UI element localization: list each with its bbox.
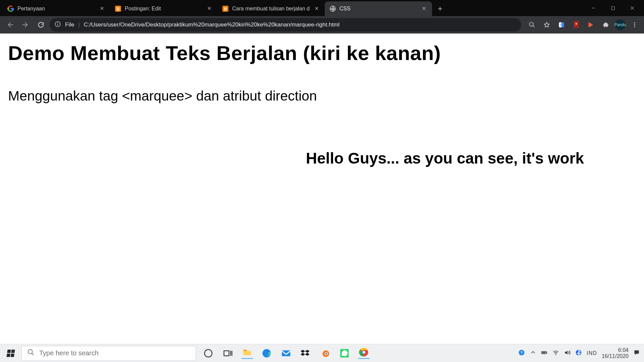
taskbar-pinned-apps [203, 344, 370, 362]
window-controls [584, 0, 644, 16]
blogger-icon: B [222, 5, 229, 12]
svg-rect-13 [224, 351, 229, 356]
tray-clock[interactable]: 6:04 16/11/2020 [602, 347, 629, 359]
svg-rect-0 [611, 6, 614, 9]
svg-text:?: ? [521, 350, 523, 355]
svg-point-28 [555, 355, 556, 355]
windows-logo-icon [6, 350, 15, 357]
windows-taskbar: Type here to search ? IND 6:04 16/11/202… [0, 344, 644, 362]
url-separator: | [78, 21, 79, 28]
start-button[interactable] [0, 344, 21, 362]
kebab-menu-icon[interactable] [629, 19, 641, 31]
svg-point-10 [634, 26, 635, 27]
tray-chevron-icon[interactable] [530, 349, 536, 357]
browser-tab-0[interactable]: Pertanyaan [3, 1, 110, 16]
system-tray: ? IND 6:04 16/11/2020 [514, 347, 644, 359]
browser-tab-3[interactable]: CSS [325, 1, 432, 16]
wifi-icon[interactable] [552, 349, 559, 357]
taskbar-search-placeholder: Type here to search [39, 349, 99, 357]
extension-generic-1-icon[interactable] [570, 19, 582, 31]
tray-date: 16/11/2020 [602, 353, 629, 359]
svg-rect-27 [542, 352, 546, 353]
browser-toolbar: File | C:/Users/user/OneDrive/Desktop/pr… [0, 16, 644, 34]
svg-point-2 [57, 22, 58, 23]
svg-text:G: G [560, 23, 562, 26]
back-button[interactable] [3, 18, 17, 32]
marquee-region: Hello Guys... as you can see, it's work [0, 149, 644, 167]
mail-icon[interactable] [280, 348, 292, 359]
svg-rect-26 [547, 352, 547, 353]
page-content: Demo Membuat Teks Berjalan (kiri ke kana… [0, 34, 644, 344]
url-scheme: File [65, 21, 74, 28]
tab-title: Postingan: Edit [125, 6, 203, 12]
google-icon [7, 5, 14, 12]
whatsapp-icon[interactable] [339, 348, 350, 359]
new-tab-button[interactable] [434, 3, 446, 15]
svg-point-9 [634, 24, 635, 25]
toolbar-actions: G Pandu [526, 19, 641, 31]
dropbox-icon[interactable] [300, 348, 311, 359]
window-minimize-button[interactable] [584, 1, 603, 15]
blender-icon[interactable] [319, 348, 331, 359]
window-maximize-button[interactable] [603, 1, 623, 15]
close-icon[interactable] [314, 6, 320, 12]
address-bar[interactable]: File | C:/Users/user/OneDrive/Desktop/pr… [50, 18, 521, 32]
zoom-icon[interactable] [526, 19, 538, 31]
close-icon[interactable] [421, 6, 427, 12]
page-subheading: Menggunakan tag <marquee> dan atribut di… [8, 88, 636, 104]
close-icon[interactable] [99, 6, 105, 12]
svg-point-18 [326, 353, 327, 355]
browser-tab-2[interactable]: B Cara membuat tulisan berjalan d [217, 1, 325, 16]
extension-generic-2-icon[interactable] [585, 19, 597, 31]
input-language[interactable]: IND [587, 350, 597, 356]
profile-label: Pandu [614, 22, 626, 27]
globe-icon [329, 5, 336, 12]
window-close-button[interactable] [623, 1, 642, 15]
tray-time: 6:04 [618, 347, 629, 353]
profile-avatar[interactable]: Pandu [614, 19, 626, 31]
svg-rect-15 [282, 350, 290, 356]
bookmark-star-icon[interactable] [541, 19, 553, 31]
blogger-icon: B [115, 5, 121, 12]
svg-point-11 [28, 350, 33, 354]
site-info-icon[interactable] [54, 21, 61, 29]
forward-button[interactable] [19, 18, 32, 32]
bluetooth-icon[interactable] [575, 349, 582, 357]
svg-point-7 [576, 23, 577, 24]
file-explorer-icon[interactable] [241, 348, 253, 359]
svg-point-22 [363, 351, 365, 354]
close-icon[interactable] [207, 6, 213, 12]
action-center-icon[interactable] [633, 349, 640, 357]
task-view-icon[interactable] [222, 348, 233, 359]
browser-tab-1[interactable]: B Postingan: Edit [110, 1, 217, 16]
cortana-icon[interactable] [203, 348, 214, 359]
svg-point-12 [205, 349, 212, 357]
tab-title: Cara membuat tulisan berjalan d [232, 6, 311, 12]
marquee-text: Hello Guys... as you can see, it's work [306, 149, 584, 167]
tab-title: CSS [339, 6, 418, 12]
extension-translate-icon[interactable]: G [555, 19, 568, 31]
page-heading: Demo Membuat Teks Berjalan (kiri ke kana… [8, 42, 636, 65]
volume-icon[interactable] [564, 349, 571, 357]
browser-titlebar: Pertanyaan B Postingan: Edit B Cara memb… [0, 0, 644, 16]
edge-icon[interactable] [261, 348, 272, 359]
tab-title: Pertanyaan [17, 6, 96, 12]
url-path: C:/Users/user/OneDrive/Desktop/praktikum… [84, 21, 517, 28]
svg-point-3 [530, 22, 534, 26]
taskbar-search[interactable]: Type here to search [21, 346, 196, 361]
search-icon [27, 349, 35, 358]
help-icon[interactable]: ? [518, 349, 525, 357]
tab-strip: Pertanyaan B Postingan: Edit B Cara memb… [0, 0, 584, 16]
extensions-puzzle-icon[interactable] [600, 19, 612, 31]
reload-button[interactable] [34, 18, 48, 32]
svg-point-8 [634, 22, 635, 23]
battery-icon[interactable] [541, 349, 548, 357]
chrome-icon[interactable] [358, 348, 370, 359]
